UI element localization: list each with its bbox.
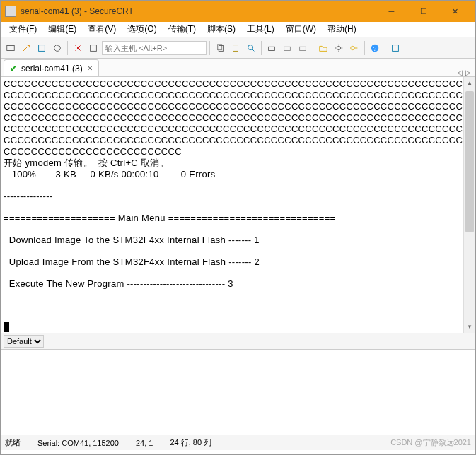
toolbar: ? — [1, 37, 475, 59]
tab-close-icon[interactable]: ✕ — [87, 64, 93, 72]
minimize-button[interactable]: ─ — [376, 1, 407, 21]
svg-rect-3 — [91, 45, 97, 51]
disconnect-icon[interactable] — [71, 41, 85, 55]
connect-icon[interactable] — [4, 41, 18, 55]
statusbar: 就绪 Serial: COM41, 115200 24, 1 24 行, 80 … — [1, 435, 475, 450]
status-screen-size: 24 行, 80 列 — [170, 437, 211, 448]
menu-view[interactable]: 查看(V) — [82, 22, 122, 37]
svg-rect-8 — [269, 47, 275, 50]
copy-icon[interactable] — [213, 41, 227, 55]
paste-icon[interactable] — [228, 41, 243, 55]
key-icon[interactable] — [347, 41, 361, 55]
titlebar: serial-com41 (3) - SecureCRT ─ ☐ ✕ — [1, 1, 475, 22]
app-icon — [5, 6, 16, 17]
status-dot-icon: ✔ — [10, 64, 17, 73]
close-button[interactable]: ✕ — [439, 1, 471, 21]
session-icon[interactable] — [35, 41, 49, 55]
terminal-area: CCCCCCCCCCCCCCCCCCCCCCCCCCCCCCCCCCCCCCCC… — [1, 77, 475, 333]
tab-nav: ◁ ▷ — [457, 69, 475, 76]
tab-prev-icon[interactable]: ◁ — [457, 69, 463, 76]
extra-icon[interactable] — [388, 41, 402, 55]
terminal[interactable]: CCCCCCCCCCCCCCCCCCCCCCCCCCCCCCCCCCCCCCCC… — [1, 77, 463, 333]
status-connection: Serial: COM41, 115200 — [37, 439, 119, 447]
menu-options[interactable]: 选项(O) — [122, 22, 162, 37]
reconnect-icon[interactable] — [50, 41, 64, 55]
svg-point-11 — [337, 46, 340, 49]
scroll-down-icon[interactable]: ▼ — [464, 321, 475, 333]
options-icon[interactable] — [86, 41, 100, 55]
svg-rect-1 — [39, 45, 45, 51]
svg-text:?: ? — [373, 45, 377, 52]
maximize-button[interactable]: ☐ — [407, 1, 439, 21]
settings-icon[interactable] — [332, 41, 346, 55]
window-title: serial-com41 (3) - SecureCRT — [21, 6, 376, 16]
svg-rect-10 — [300, 47, 306, 50]
svg-rect-6 — [233, 45, 238, 51]
menu-help[interactable]: 帮助(H) — [322, 22, 362, 37]
print2-icon[interactable] — [280, 41, 294, 55]
tabbar: ✔ serial-com41 (3) ✕ ◁ ▷ — [1, 59, 475, 77]
tab-next-icon[interactable]: ▷ — [465, 69, 471, 76]
folder-icon[interactable] — [316, 41, 330, 55]
svg-rect-0 — [7, 45, 15, 50]
scroll-thumb[interactable] — [465, 91, 474, 232]
cursor — [4, 322, 9, 332]
menu-file[interactable]: 文件(F) — [4, 22, 42, 37]
menu-tools[interactable]: 工具(L) — [241, 22, 280, 37]
style-select[interactable]: Default — [4, 335, 44, 348]
help-icon[interactable]: ? — [368, 41, 382, 55]
status-ready: 就绪 — [5, 437, 21, 448]
print3-icon[interactable] — [296, 41, 310, 55]
svg-point-2 — [54, 45, 61, 51]
scroll-up-icon[interactable]: ▲ — [464, 77, 475, 89]
scrollbar[interactable]: ▲ ▼ — [463, 77, 475, 333]
session-tab[interactable]: ✔ serial-com41 (3) ✕ — [4, 59, 99, 76]
svg-point-12 — [351, 46, 354, 49]
menubar: 文件(F) 编辑(E) 查看(V) 选项(O) 传输(T) 脚本(S) 工具(L… — [1, 22, 475, 37]
chat-pane[interactable] — [1, 350, 475, 435]
svg-point-7 — [248, 45, 253, 49]
host-input[interactable] — [102, 41, 207, 55]
status-cursor-pos: 24, 1 — [136, 439, 153, 447]
quick-connect-icon[interactable] — [19, 41, 33, 55]
svg-rect-9 — [284, 47, 291, 50]
style-bar: Default — [1, 333, 475, 350]
svg-rect-4 — [218, 44, 222, 49]
tab-label: serial-com41 (3) — [21, 64, 83, 73]
menu-script[interactable]: 脚本(S) — [202, 22, 241, 37]
print-icon[interactable] — [265, 41, 279, 55]
svg-rect-5 — [219, 45, 223, 51]
svg-rect-15 — [393, 45, 399, 51]
menu-window[interactable]: 窗口(W) — [280, 22, 322, 37]
watermark: CSDN @宁静致远2021 — [390, 437, 471, 448]
menu-transfer[interactable]: 传输(T) — [163, 22, 202, 37]
menu-edit[interactable]: 编辑(E) — [42, 22, 82, 37]
find-icon[interactable] — [244, 41, 258, 55]
